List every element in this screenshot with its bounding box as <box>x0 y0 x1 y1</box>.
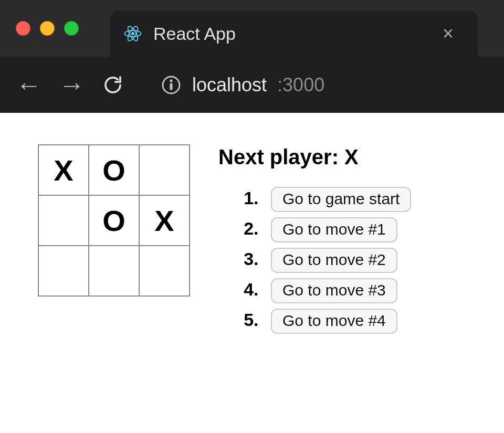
window-traffic-lights <box>16 21 79 36</box>
square-2-2[interactable] <box>139 246 190 296</box>
url-port: :3000 <box>277 74 324 96</box>
game-info: Next player: X Go to game start Go to mo… <box>218 144 411 339</box>
address-bar[interactable]: localhost:3000 <box>161 74 324 96</box>
window-minimize-button[interactable] <box>40 21 55 36</box>
square-1-2[interactable]: X <box>139 195 190 246</box>
svg-point-0 <box>131 32 134 35</box>
history-go-to-move-3-button[interactable]: Go to move #3 <box>271 278 397 303</box>
tab-close-button[interactable]: × <box>437 20 459 47</box>
move-history-list: Go to game start Go to move #1 Go to mov… <box>218 187 411 334</box>
browser-toolbar: ← → localhost:3000 <box>0 57 504 113</box>
list-item: Go to move #2 <box>264 248 411 273</box>
history-go-to-start-button[interactable]: Go to game start <box>271 187 411 212</box>
nav-forward-button[interactable]: → <box>59 72 84 98</box>
app-root: X O O X Next player: X Go to game start … <box>0 113 504 339</box>
site-info-icon[interactable] <box>161 75 182 96</box>
square-0-2[interactable] <box>139 145 190 195</box>
tic-tac-toe-board: X O O X <box>38 144 190 297</box>
browser-chrome: React App × ← → localhost:3000 <box>0 0 504 113</box>
window-zoom-button[interactable] <box>64 21 79 36</box>
square-1-1[interactable]: O <box>89 195 139 246</box>
square-0-0[interactable]: X <box>38 145 89 195</box>
square-1-0[interactable] <box>38 195 89 246</box>
nav-reload-button[interactable] <box>102 74 127 96</box>
nav-back-button[interactable]: ← <box>16 72 41 98</box>
list-item: Go to move #3 <box>264 278 411 303</box>
list-item: Go to move #1 <box>264 217 411 242</box>
url-host: localhost <box>192 74 267 96</box>
square-0-1[interactable]: O <box>89 145 139 195</box>
history-go-to-move-1-button[interactable]: Go to move #1 <box>271 217 397 242</box>
status-text: Next player: X <box>218 145 411 169</box>
tab-strip: React App × <box>0 0 504 57</box>
history-go-to-move-4-button[interactable]: Go to move #4 <box>271 309 397 334</box>
svg-rect-5 <box>170 83 172 90</box>
list-item: Go to move #4 <box>264 309 411 334</box>
browser-tab[interactable]: React App × <box>110 10 478 57</box>
history-go-to-move-2-button[interactable]: Go to move #2 <box>271 248 397 273</box>
svg-rect-6 <box>170 80 172 82</box>
list-item: Go to game start <box>264 187 411 212</box>
square-2-0[interactable] <box>38 246 89 296</box>
square-2-1[interactable] <box>89 246 139 296</box>
react-logo-icon <box>124 25 142 43</box>
window-close-button[interactable] <box>16 21 30 36</box>
tab-title: React App <box>153 24 427 44</box>
